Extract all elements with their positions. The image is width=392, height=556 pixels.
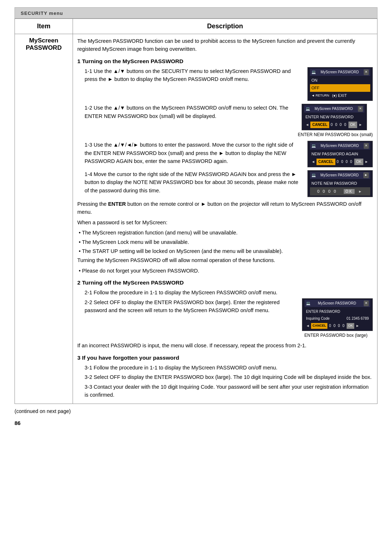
mockup2-wrapper: 💻 MyScreen PASSWORD ✕ ENTER NEW PASSWORD… xyxy=(298,104,373,138)
mockup4-icon: 💻 xyxy=(311,172,316,178)
step2-incorrect-text: If an incorrect PASSWORD is input, the m… xyxy=(77,342,373,349)
mockup5-wrapper: 💻 MyScreen PASSWORD ✕ ENTER PASSWORD Inq… xyxy=(299,298,373,339)
step1-4-block: 💻 MyScreen PASSWORD ► NOTE NEW PASSWORD … xyxy=(77,170,373,200)
section2-heading: 2 Turning off the MyScreen PASSWORD xyxy=(77,278,373,287)
mockup1-title: MyScreen PASSWORD xyxy=(320,69,359,75)
mockup2-label-row: ENTER NEW PASSWORD xyxy=(304,113,364,121)
mockup3-left-arrow: ◄ xyxy=(311,159,315,165)
mockup5-label-row: ENTER PASSWORD xyxy=(305,308,370,315)
bullet2: • The MyScreen Lock menu will be unavail… xyxy=(79,238,373,246)
mockup2-ok-btn: OK xyxy=(348,122,357,128)
step3-3-text: 3-3 Contact your dealer with the 10 digi… xyxy=(85,383,373,399)
step1-enter-note: Pressing the ENTER button on the remote … xyxy=(77,200,373,216)
step3-1-text: 3-1 Follow the procedure in 1-1 to displ… xyxy=(85,364,373,372)
mockup1-icon: 💻 xyxy=(311,69,316,75)
mockup4-ok-btn: OK xyxy=(344,189,355,194)
continued-note: (continued on next page) xyxy=(15,408,377,414)
mockup1-title-bar: 💻 MyScreen PASSWORD ✕ xyxy=(310,69,370,76)
mockup4-close-icon: ► xyxy=(363,172,369,178)
col-item-header: Item xyxy=(15,19,73,34)
mockup3-title: MyScreen PASSWORD xyxy=(320,143,359,149)
col-description-header: Description xyxy=(73,19,377,34)
mockup3-ok-btn: OK xyxy=(354,159,363,165)
section3-heading: 3 If you have forgotten your password xyxy=(77,353,373,362)
security-menu-label: SECURITY menu xyxy=(21,11,63,16)
step1-3-block: 💻 MyScreen PASSWORD ✕ NEW PASSWORD AGAIN… xyxy=(77,141,373,170)
mockup4-label-row: NOTE NEW PASSWORD xyxy=(310,180,370,187)
mockup5-cancel-btn: CANCEL xyxy=(311,323,328,329)
mockup5-dots: 0 0 0 0 xyxy=(329,323,345,329)
mockup2-icon: 💻 xyxy=(306,106,310,112)
mockup5-close-icon: ✕ xyxy=(364,301,369,306)
step2-2-block: 💻 MyScreen PASSWORD ✕ ENTER PASSWORD Inq… xyxy=(77,298,373,342)
item-label: MyScreenPASSWORD xyxy=(26,37,62,51)
mockup1-on-row: ON xyxy=(310,77,370,84)
dont-forget: • Please do not forget your MyScreen PAS… xyxy=(79,267,373,275)
mockup3-cancel-btn: CANCEL xyxy=(317,159,335,165)
section1-heading: 1 Turning on the MyScreen PASSWORD xyxy=(77,57,373,66)
mockup5-ok-btn: OK xyxy=(347,323,354,329)
mockup5-inq-row: Inquiring Code 01 2345 6789 xyxy=(305,315,370,322)
mockup5-field-row: ◄ CANCEL 0 0 0 0 OK ► xyxy=(305,322,370,330)
description-cell: The MyScreen PASSWORD function can be us… xyxy=(73,34,377,404)
mockup3-dots: 0 0 0 0 xyxy=(337,159,353,165)
step3-2-text: 3-2 Select OFF to display the ENTER PASS… xyxy=(85,373,373,381)
mockup3-title-bar: 💻 MyScreen PASSWORD ✕ xyxy=(310,142,370,150)
page-number: 86 xyxy=(15,420,377,426)
security-menu-bar: SECURITY menu xyxy=(15,7,377,19)
step1-2-block: 💻 MyScreen PASSWORD ✕ ENTER NEW PASSWORD… xyxy=(77,104,373,141)
mockup4-title-bar: 💻 MyScreen PASSWORD ► xyxy=(310,172,370,179)
mockup2-cancel-btn: CANCEL xyxy=(310,122,329,128)
mockup3-label-row: NEW PASSWORD AGAIN xyxy=(310,150,370,158)
mockup3-field-row: ◄ CANCEL 0 0 0 0 OK ► xyxy=(310,158,370,166)
mockup3: 💻 MyScreen PASSWORD ✕ NEW PASSWORD AGAIN… xyxy=(307,141,373,167)
mockup2-field-row: ◄ CANCEL 0 0 0 0 OK ► xyxy=(304,121,364,129)
mockup3-icon: 💻 xyxy=(311,143,316,149)
mockup3-wrapper: 💻 MyScreen PASSWORD ✕ NEW PASSWORD AGAIN… xyxy=(304,141,373,167)
mockup2-caption: ENTER NEW PASSWORD box (small) xyxy=(298,131,373,138)
bullet1: • The MyScreen registration function (an… xyxy=(79,229,373,237)
when-set-text: When a password is set for MyScreen: xyxy=(77,218,373,226)
mockup2-title: MyScreen PASSWORD xyxy=(315,106,353,112)
bullet3: • The START UP setting will be locked on… xyxy=(79,247,373,255)
mockup1-wrapper: 💻 MyScreen PASSWORD ✕ ON OFF xyxy=(304,67,373,101)
step1-1-block: 💻 MyScreen PASSWORD ✕ ON OFF xyxy=(77,67,373,104)
mockup1: 💻 MyScreen PASSWORD ✕ ON OFF xyxy=(307,67,373,101)
main-table: Item Description MyScreenPASSWORD The My… xyxy=(15,19,377,404)
mockup1-nav-row: ◄ RETURN (♦) EXIT xyxy=(310,92,370,99)
mockup5-title-bar: 💻 MyScreen PASSWORD ✕ xyxy=(305,300,370,307)
mockup1-close-icon: ✕ xyxy=(364,69,369,75)
turning-off-note: Turning the MyScreen PASSWORD off will a… xyxy=(77,256,373,264)
mockup4-wrapper: 💻 MyScreen PASSWORD ► NOTE NEW PASSWORD … xyxy=(304,170,373,197)
mockup4-note-pw-row: 0 0 0 0 OK ► xyxy=(310,187,370,196)
mockup5-caption: ENTER PASSWORD box (large) xyxy=(299,332,373,339)
mockup4-title: MyScreen PASSWORD xyxy=(320,172,359,178)
item-cell: MyScreenPASSWORD xyxy=(15,34,73,404)
mockup2: 💻 MyScreen PASSWORD ✕ ENTER NEW PASSWORD… xyxy=(302,104,367,130)
mockup5-left-arrow: ◄ xyxy=(306,323,310,329)
mockup2-close-icon: ✕ xyxy=(358,106,363,112)
mockup2-title-bar: 💻 MyScreen PASSWORD ✕ xyxy=(304,105,364,113)
step2-1-text: 2-1 Follow the procedure in 1-1 to displ… xyxy=(85,289,373,297)
mockup5-title: MyScreen PASSWORD xyxy=(318,301,356,306)
mockup5: 💻 MyScreen PASSWORD ✕ ENTER PASSWORD Inq… xyxy=(302,298,373,331)
mockup2-dots: 0 0 0 0 xyxy=(331,122,347,128)
mockup3-close-icon: ✕ xyxy=(364,143,369,149)
intro-text: The MyScreen PASSWORD function can be us… xyxy=(77,37,373,53)
mockup4-right-arrow: ► xyxy=(358,189,363,193)
mockup3-right-arrow: ► xyxy=(365,159,368,165)
mockup4: 💻 MyScreen PASSWORD ► NOTE NEW PASSWORD … xyxy=(307,170,373,197)
mockup1-off-row: OFF xyxy=(310,84,370,92)
mockup5-icon: 💻 xyxy=(306,301,310,306)
mockup2-right-arrow: ► xyxy=(359,122,362,128)
mockup2-left-arrow: ◄ xyxy=(306,122,309,128)
mockup5-right-arrow: ► xyxy=(356,323,359,329)
